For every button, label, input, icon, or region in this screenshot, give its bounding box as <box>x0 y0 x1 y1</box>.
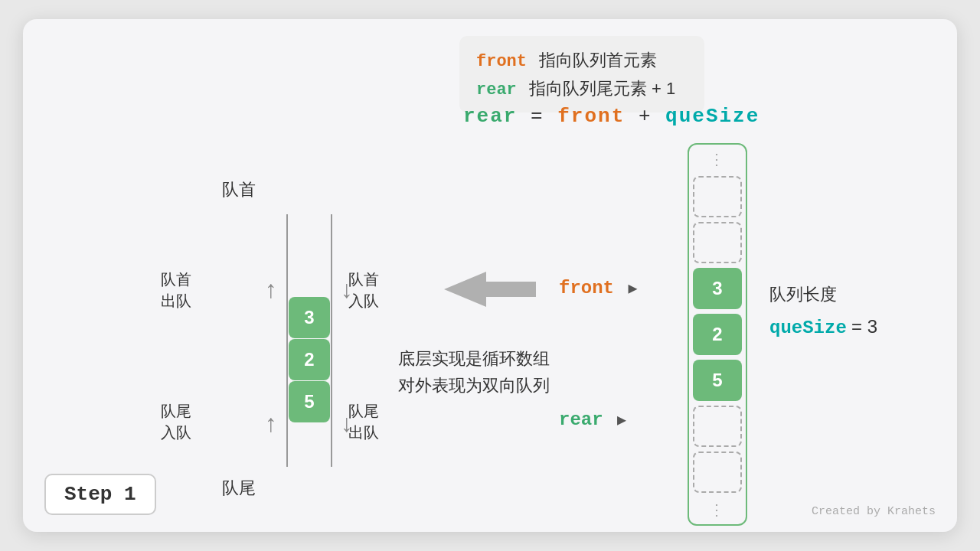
rear-text: rear <box>559 409 603 430</box>
formula-quesize: queSize <box>665 105 760 128</box>
rear-pointer-label: rear ▶ <box>559 409 626 430</box>
created-by: Created by Krahets <box>812 505 936 518</box>
quesize-description: 队列长度 <box>769 279 877 310</box>
center-description: 底层实现是循环数组 对外表现为双向队列 <box>398 345 550 399</box>
step-label: Step 1 <box>44 474 156 515</box>
left-cell-5: 5 <box>289 381 330 422</box>
formula-eq: = <box>531 105 557 128</box>
front-text: front <box>559 278 614 298</box>
left-cell-2: 2 <box>289 339 330 380</box>
right-circular-array: ⋮ 3 2 5 ⋮ <box>688 143 747 526</box>
top-dots: ⋮ <box>688 145 747 174</box>
formula-rear: rear <box>463 105 517 128</box>
formula-front: front <box>557 105 625 128</box>
array-cell-empty-4 <box>693 452 742 493</box>
rear-arrow: ▶ <box>617 412 626 429</box>
arrow-tail-out: ↓ <box>341 409 353 438</box>
array-cell-2: 2 <box>693 314 742 355</box>
front-keyword: front <box>476 52 527 71</box>
svg-marker-0 <box>444 272 536 307</box>
head-out-label: 队首出队 <box>161 269 191 311</box>
bottom-dots: ⋮ <box>688 495 747 524</box>
arrow-head-out: ↑ <box>265 276 277 304</box>
big-arrow-left <box>444 268 536 311</box>
quesize-var: queSize <box>769 318 847 338</box>
quesize-equation: queSize = 3 <box>769 310 877 344</box>
front-arrow: ▶ <box>628 280 637 298</box>
quesize-val: 3 <box>867 316 877 337</box>
arrow-tail-in: ↑ <box>265 409 277 438</box>
tail-out-label: 队尾出队 <box>348 400 379 443</box>
legend-box: front 指向队列首元素 rear 指向队列尾元素 + 1 <box>459 36 704 112</box>
array-cell-5: 5 <box>693 360 742 401</box>
rear-keyword: rear <box>476 80 517 99</box>
formula: rear = front + queSize <box>463 105 760 128</box>
tail-in-label: 队尾入队 <box>161 400 191 443</box>
queue-bottom-label: 队尾 <box>222 477 256 500</box>
front-pointer-label: front ▶ <box>559 278 637 298</box>
queue-top-label: 队首 <box>222 178 256 201</box>
quesize-eq: = <box>851 316 867 337</box>
array-cell-empty-2 <box>693 222 742 263</box>
legend-front-row: front 指向队列首元素 <box>476 47 688 75</box>
center-line1: 底层实现是循环数组 <box>398 345 550 372</box>
arrow-head-in: ↓ <box>341 276 353 304</box>
quesize-info: 队列长度 queSize = 3 <box>769 279 877 344</box>
rear-desc: 指向队列尾元素 + 1 <box>529 79 675 98</box>
array-cell-empty-3 <box>693 406 742 447</box>
left-cell-3: 3 <box>289 297 330 338</box>
array-cell-3: 3 <box>693 268 742 309</box>
front-desc: 指向队列首元素 <box>539 51 657 70</box>
array-cell-empty-1 <box>693 176 742 217</box>
left-queue: 3 2 5 <box>286 214 332 467</box>
center-line2: 对外表现为双向队列 <box>398 372 550 399</box>
legend-rear-row: rear 指向队列尾元素 + 1 <box>476 75 688 103</box>
formula-plus: + <box>639 105 665 128</box>
slide: front 指向队列首元素 rear 指向队列尾元素 + 1 rear = fr… <box>23 19 957 532</box>
head-in-label: 队首入队 <box>348 269 379 311</box>
